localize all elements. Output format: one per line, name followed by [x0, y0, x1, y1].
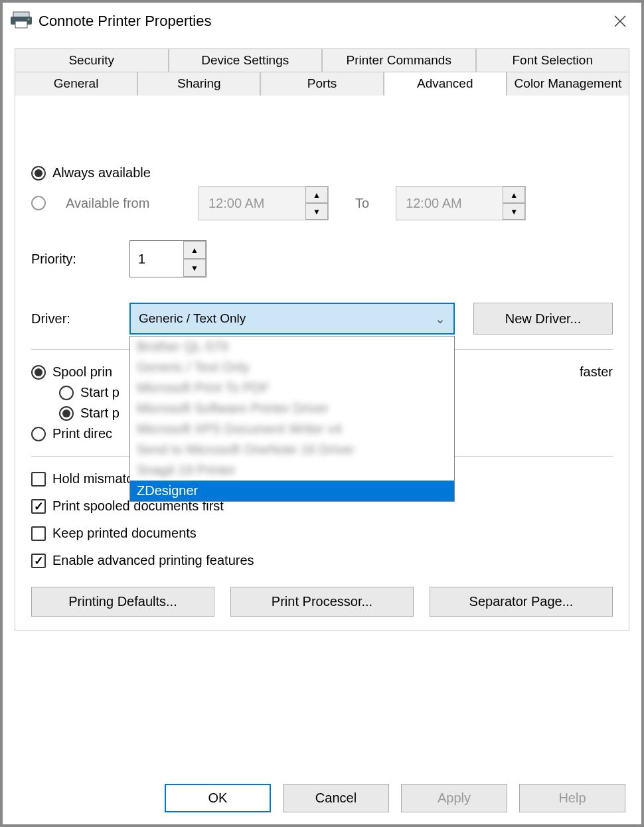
- tab-device-settings[interactable]: Device Settings: [169, 48, 323, 72]
- close-icon: [614, 15, 626, 27]
- close-button[interactable]: [607, 8, 633, 35]
- spool-label-prefix: Spool prin: [52, 364, 112, 380]
- driver-selected: Generic / Text Only: [139, 311, 246, 326]
- priority-field[interactable]: ▲ ▼: [129, 240, 206, 277]
- tab-security[interactable]: Security: [15, 48, 169, 72]
- titlebar: Connote Printer Properties: [3, 3, 641, 40]
- driver-option-blurred[interactable]: Microsoft Print To PDF: [130, 378, 454, 398]
- tabs-container: Security Device Settings Printer Command…: [15, 94, 629, 631]
- spool-label-suffix: faster: [553, 364, 613, 380]
- driver-combo[interactable]: Generic / Text Only ⌄ Brother QL-570 Gen…: [129, 303, 455, 335]
- cancel-button[interactable]: Cancel: [283, 784, 389, 812]
- start-immediately-label: Start p: [80, 406, 120, 421]
- tab-ports[interactable]: Ports: [260, 72, 383, 96]
- advanced-tab-content: Always available Available from ▲ ▼ To ▲: [15, 141, 629, 630]
- start-after-last-radio[interactable]: [59, 386, 74, 400]
- always-available-label: Always available: [52, 165, 151, 181]
- advanced-features-check[interactable]: [31, 554, 46, 568]
- driver-option-zdesigner[interactable]: ZDesigner: [130, 481, 454, 501]
- driver-option-blurred[interactable]: Microsoft XPS Document Writer v4: [130, 419, 454, 439]
- new-driver-button[interactable]: New Driver...: [473, 303, 613, 335]
- from-time-down: ▼: [305, 203, 328, 220]
- priority-input[interactable]: [130, 241, 183, 277]
- advanced-features-label: Enable advanced printing features: [52, 553, 254, 568]
- tab-font-selection[interactable]: Font Selection: [476, 48, 630, 72]
- printing-defaults-button[interactable]: Printing Defaults...: [31, 587, 214, 617]
- ok-button[interactable]: OK: [165, 784, 271, 812]
- tab-advanced[interactable]: Advanced: [384, 72, 507, 96]
- to-time-down: ▼: [503, 203, 525, 220]
- dialog-footer: OK Cancel Apply Help: [3, 772, 641, 824]
- keep-printed-check[interactable]: [31, 526, 46, 541]
- driver-option-blurred[interactable]: Snagit 19 Printer: [130, 460, 454, 481]
- spooled-first-check[interactable]: [31, 499, 46, 514]
- driver-dropdown: Brother QL-570 Generic / Text Only Micro…: [129, 336, 455, 502]
- driver-option-blurred[interactable]: Microsoft Software Printer Driver: [130, 398, 454, 419]
- available-from-radio[interactable]: [31, 196, 46, 210]
- priority-label: Priority:: [31, 252, 111, 267]
- from-time-input: [199, 187, 305, 220]
- print-directly-radio[interactable]: [31, 427, 46, 441]
- keep-printed-label: Keep printed documents: [52, 526, 197, 541]
- start-after-last-label: Start p: [80, 385, 120, 400]
- hold-mismatched-check[interactable]: [31, 472, 46, 487]
- apply-button: Apply: [401, 784, 507, 812]
- from-time-up: ▲: [305, 187, 328, 203]
- window-title: Connote Printer Properties: [39, 13, 211, 30]
- tab-printer-commands[interactable]: Printer Commands: [322, 48, 476, 72]
- svg-rect-0: [13, 12, 29, 17]
- tab-color-management[interactable]: Color Management: [507, 72, 629, 96]
- available-from-label: Available from: [66, 196, 185, 211]
- to-time-up: ▲: [503, 187, 525, 203]
- driver-label: Driver:: [31, 311, 111, 327]
- svg-point-3: [28, 18, 30, 20]
- tabstrip: Security Device Settings Printer Command…: [15, 48, 629, 96]
- from-time-field: ▲ ▼: [199, 186, 329, 220]
- driver-option-blurred[interactable]: Generic / Text Only: [130, 357, 454, 378]
- to-label: To: [342, 196, 382, 211]
- always-available-radio[interactable]: [31, 166, 46, 181]
- driver-option-blurred[interactable]: Brother QL-570: [130, 337, 454, 357]
- print-directly-label: Print direc: [52, 426, 112, 441]
- svg-rect-2: [15, 21, 27, 28]
- driver-option-blurred[interactable]: Send to Microsoft OneNote 16 Driver: [130, 439, 454, 460]
- to-time-input: [396, 187, 503, 220]
- priority-up[interactable]: ▲: [183, 241, 206, 259]
- help-button: Help: [519, 784, 625, 812]
- spool-radio[interactable]: [31, 365, 46, 380]
- tab-sharing[interactable]: Sharing: [137, 72, 260, 96]
- tab-general[interactable]: General: [15, 72, 137, 96]
- to-time-field: ▲ ▼: [396, 186, 526, 220]
- print-processor-button[interactable]: Print Processor...: [230, 587, 414, 617]
- priority-down[interactable]: ▼: [183, 259, 206, 277]
- printer-icon: [11, 11, 32, 33]
- chevron-down-icon: ⌄: [435, 311, 445, 327]
- separator-page-button[interactable]: Separator Page...: [430, 587, 613, 617]
- start-immediately-radio[interactable]: [59, 406, 74, 421]
